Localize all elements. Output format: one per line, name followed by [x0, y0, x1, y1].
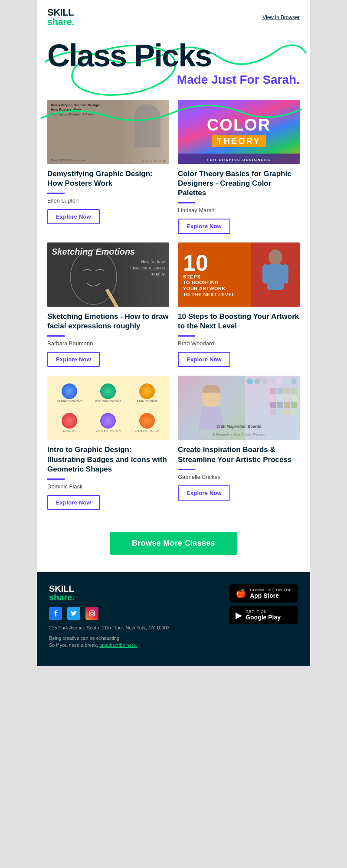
swatch-grid: [270, 388, 297, 415]
card-2: COLOR THEORY FOR GRAPHIC DESIGNERS Color…: [178, 100, 300, 234]
card-3-divider: [47, 335, 65, 337]
card-6-image: Craft Inspiration Boards & Streamline Yo…: [178, 376, 300, 440]
google-play-text: GET IT ON Google Play: [246, 609, 281, 621]
card-3-image: Sketching Emotions How to drawfacial exp…: [47, 242, 169, 307]
badge-6: EARN DISTINCTION: [128, 409, 166, 436]
steps-number: 10: [183, 252, 246, 274]
card-5-title: Intro to Graphic Design: Illustrating Ba…: [47, 445, 169, 474]
badge-3: EARN CONTENT: [128, 379, 166, 407]
hero-subtitle: Made Just For Sarah.: [47, 73, 300, 87]
svg-point-10: [93, 611, 94, 612]
badge-1: GRAPHIC CONTENT: [51, 379, 88, 407]
hero-section: Class Picks Made Just For Sarah.: [37, 31, 310, 91]
card-5-divider: [47, 478, 65, 480]
footer-left: SKILL share.: [49, 584, 170, 649]
card-1-divider: [47, 193, 65, 194]
card-1-title: Demystifying Graphic Design: How Posters…: [47, 169, 169, 188]
sk-title: Sketching Emotions: [52, 247, 135, 257]
twitter-icon[interactable]: [67, 607, 80, 620]
card-1-explore-button[interactable]: Explore Now: [47, 209, 100, 224]
steps-to: STEPS: [183, 274, 246, 279]
card-3-title: Sketching Emotions - How to draw facial …: [47, 312, 169, 331]
card-6-author: Gabrielle Brickey: [178, 474, 300, 480]
sk-subtitle: How to drawfacial expressionsroughly: [131, 259, 165, 277]
person-silhouette-svg: [260, 249, 291, 301]
card-3: Sketching Emotions How to drawfacial exp…: [47, 242, 169, 367]
card-1-enroll: Enroll@Skillshare.com: [51, 158, 86, 162]
app-store-text: Download on the App Store: [250, 588, 292, 599]
card-6-explore-button[interactable]: Explore Now: [178, 485, 230, 501]
hero-title: Class Picks: [47, 40, 300, 71]
apple-icon: 🍎: [236, 588, 246, 599]
card-3-explore-button[interactable]: Explore Now: [47, 352, 100, 367]
footer-logo-share: share.: [49, 593, 170, 602]
svg-rect-2: [105, 289, 120, 307]
badge-5: EARN DISTINCTION: [90, 409, 127, 436]
svg-point-3: [268, 249, 282, 265]
card-2-image: COLOR THEORY FOR GRAPHIC DESIGNERS: [178, 100, 300, 164]
card-3-author: Barbara Baumann: [47, 340, 169, 347]
card-5-author: Dominic Flask: [47, 483, 169, 490]
footer-top: SKILL share.: [49, 584, 298, 649]
footer-address: 215 Park Avenue South, 11th Floor, New Y…: [49, 625, 170, 630]
logo-skill: SKILL: [47, 8, 74, 17]
svg-rect-6: [282, 264, 288, 284]
footer-unsub: Being creative can be exhausting. So if …: [49, 635, 170, 649]
svg-rect-4: [267, 264, 284, 290]
google-play-button[interactable]: ▶ GET IT ON Google Play: [229, 606, 298, 624]
cards-section: Demystifying Graphic Design:How Posters …: [37, 91, 310, 519]
browse-more-button[interactable]: Browse More Classes: [110, 532, 237, 555]
badge-2: EXPLORE CONTENT: [90, 379, 127, 407]
ct-color-text: COLOR: [207, 116, 271, 134]
steps-boosting: TO BOOSTINGYOUR ARTWORKTO THE NEXT LEVEL: [183, 279, 246, 298]
card-1-image: Demystifying Graphic Design:How Posters …: [47, 100, 169, 164]
card-5-image: GRAPHIC CONTENT EXPLORE CONTENT EARN CON…: [47, 376, 169, 440]
card-2-explore-button[interactable]: Explore Now: [178, 219, 230, 234]
card-2-divider: [178, 202, 195, 203]
card-1-skillshare-badge: SKILL SHARE: [142, 159, 167, 162]
email-wrapper: SKILL share. View in Browser Class Picks…: [37, 0, 310, 666]
footer-logo: SKILL share.: [49, 584, 170, 602]
ct-theory-text: THEORY: [217, 136, 261, 146]
card-2-title: Color Theory Basics for Graphic Designer…: [178, 169, 300, 198]
svg-rect-8: [89, 611, 95, 616]
badge-4: LEVEL UP: [51, 409, 88, 436]
facebook-icon[interactable]: [49, 607, 62, 620]
card-4-explore-button[interactable]: Explore Now: [178, 352, 230, 367]
footer-social: [49, 607, 170, 620]
card-1-img-text: Demystifying Graphic Design:How Posters …: [51, 103, 100, 117]
instagram-icon[interactable]: [85, 607, 98, 620]
card-6-divider: [178, 469, 195, 470]
app-store-button[interactable]: 🍎 Download on the App Store: [229, 584, 298, 603]
card-4-author: Brad Woodard: [178, 340, 300, 347]
footer: SKILL share.: [37, 572, 310, 666]
logo-dot: .: [72, 16, 74, 27]
cards-grid: Demystifying Graphic Design:How Posters …: [47, 100, 300, 510]
card-6-title: Create Inspiration Boards & Streamline Y…: [178, 445, 300, 464]
ct-bottom-text: FOR GRAPHIC DESIGNERS: [207, 158, 271, 162]
svg-rect-5: [262, 264, 268, 284]
card-4-divider: [178, 335, 195, 337]
logo: SKILL share.: [47, 8, 74, 27]
footer-logo-skill: SKILL: [49, 584, 170, 593]
svg-point-9: [91, 612, 93, 615]
card-4-title: 10 Steps to Boosting Your Artwork to the…: [178, 312, 300, 331]
browse-section: Browse More Classes: [37, 519, 310, 572]
header: SKILL share. View in Browser: [37, 0, 310, 31]
google-play-icon: ▶: [236, 610, 242, 620]
card-5-explore-button[interactable]: Explore Now: [47, 495, 100, 510]
card-1-author: Ellen Lupton: [47, 197, 169, 204]
footer-app-buttons: 🍎 Download on the App Store ▶ GET IT ON …: [229, 584, 298, 624]
card-1: Demystifying Graphic Design:How Posters …: [47, 100, 169, 234]
view-in-browser-link[interactable]: View in Browser: [262, 14, 300, 20]
card-6: Craft Inspiration Boards & Streamline Yo…: [178, 376, 300, 510]
logo-share-text: share: [47, 16, 72, 27]
card-2-author: Lindsay Marsh: [178, 207, 300, 213]
insp-label: Craft Inspiration Boards & Streamline Yo…: [178, 422, 300, 437]
email-outer: SKILL share. View in Browser Class Picks…: [0, 0, 347, 868]
unsubscribe-link[interactable]: unsubscribe here.: [99, 642, 137, 648]
card-5: GRAPHIC CONTENT EXPLORE CONTENT EARN CON…: [47, 376, 169, 510]
logo-share: share.: [47, 17, 74, 27]
card-4: 10 STEPS TO BOOSTINGYOUR ARTWORKTO THE N…: [178, 242, 300, 367]
card-4-image: 10 STEPS TO BOOSTINGYOUR ARTWORKTO THE N…: [178, 242, 300, 307]
